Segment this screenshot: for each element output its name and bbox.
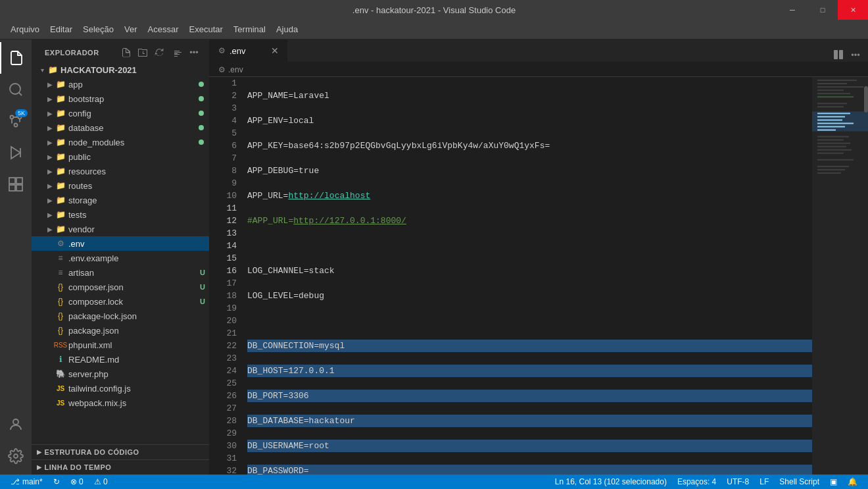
menu-ajuda[interactable]: Ajuda: [271, 22, 303, 37]
menu-selecao[interactable]: Seleção: [78, 22, 119, 37]
source-control-icon[interactable]: 5K: [0, 105, 32, 137]
run-icon[interactable]: [0, 137, 32, 168]
file-composer-lock[interactable]: ▶ {} composer.lock U: [32, 294, 209, 309]
folder-config[interactable]: ▶ 📁 config: [32, 106, 209, 120]
activity-bar: 5K: [0, 39, 32, 475]
file-readme-md[interactable]: ▶ ℹ README.md: [32, 352, 209, 367]
file-phpunit-xml[interactable]: ▶ RSS phpunit.xml: [32, 338, 209, 352]
status-bell[interactable]: 🔔: [842, 475, 863, 489]
svg-rect-34: [817, 149, 852, 151]
position-label: Ln 16, Col 13 (102 selecionado): [555, 477, 667, 486]
folder-node-modules[interactable]: ▶ 📁 node_modules: [32, 135, 209, 149]
svg-rect-14: [839, 50, 843, 59]
account-icon[interactable]: [0, 409, 32, 440]
folder-vendor[interactable]: ▶ 📁 vendor: [32, 222, 209, 236]
collapse-all-button[interactable]: [170, 45, 184, 60]
svg-point-2: [11, 116, 14, 119]
svg-rect-29: [817, 130, 836, 131]
code-line-1: APP_NAME=Laravel: [247, 90, 812, 102]
code-line-5: APP_URL=http://localhost: [247, 190, 812, 202]
folder-tests[interactable]: ▶ 📁 tests: [32, 207, 209, 222]
new-folder-button[interactable]: [135, 45, 150, 60]
svg-rect-7: [9, 178, 15, 184]
status-language[interactable]: Shell Script: [774, 475, 825, 489]
section-timeline: ▶ LINHA DO TEMPO: [32, 459, 209, 475]
file-env-example[interactable]: ▶ ≡ .env.example: [32, 251, 209, 265]
folder-storage[interactable]: ▶ 📁 storage: [32, 193, 209, 207]
language-label: Shell Script: [779, 477, 819, 486]
svg-rect-9: [9, 185, 15, 191]
more-editor-button[interactable]: •••: [848, 47, 863, 62]
arrow-app: ▶: [45, 79, 55, 90]
status-branch[interactable]: ⎇ main*: [5, 475, 48, 489]
scrollbar-thumb[interactable]: [864, 86, 868, 113]
folder-resources[interactable]: ▶ 📁 resources: [32, 164, 209, 178]
svg-rect-28: [817, 126, 845, 127]
refresh-button[interactable]: [153, 45, 167, 60]
warnings-label: ⚠ 0: [94, 477, 108, 486]
file-composer-json[interactable]: ▶ {} composer.json U: [32, 280, 209, 294]
folder-app[interactable]: ▶ 📁 app: [32, 77, 209, 91]
file-package-lock-json[interactable]: ▶ {} package-lock.json: [32, 309, 209, 323]
menu-executar[interactable]: Executar: [184, 22, 228, 37]
tab-close-env[interactable]: ✕: [269, 45, 281, 57]
code-line-7: [247, 240, 812, 252]
status-dot-node-modules: [199, 140, 204, 145]
status-layout[interactable]: ▣: [825, 475, 842, 489]
folder-database[interactable]: ▶ 📁 database: [32, 120, 209, 135]
svg-rect-38: [817, 169, 845, 170]
minimize-button[interactable]: ─: [777, 0, 808, 20]
menu-arquivo[interactable]: Arquivo: [5, 22, 45, 37]
svg-rect-18: [817, 90, 844, 91]
section-code-structure-header[interactable]: ▶ ESTRUTURA DO CÓDIGO: [32, 445, 209, 459]
menu-editar[interactable]: Editar: [45, 22, 78, 37]
file-server-php[interactable]: ▶ 🐘 server.php: [32, 367, 209, 381]
file-artisan[interactable]: ▶ ≡ artisan U: [32, 265, 209, 280]
status-sync[interactable]: ↻: [48, 475, 65, 489]
menu-acessar[interactable]: Acessar: [143, 22, 184, 37]
menu-ver[interactable]: Ver: [119, 22, 143, 37]
code-editor[interactable]: APP_NAME=Laravel APP_ENV=local APP_KEY=b…: [242, 77, 812, 475]
search-icon[interactable]: [0, 74, 32, 105]
status-dot-app: [199, 82, 204, 87]
svg-point-4: [14, 124, 18, 127]
section-timeline-header[interactable]: ▶ LINHA DO TEMPO: [32, 460, 209, 475]
status-errors[interactable]: ⊗ 0: [65, 475, 89, 489]
files-icon[interactable]: [0, 42, 32, 74]
file-webpack-mix-js[interactable]: ▶ JS webpack.mix.js: [32, 396, 209, 410]
svg-rect-19: [817, 93, 850, 94]
status-spaces[interactable]: Espaços: 4: [672, 475, 721, 489]
extensions-icon[interactable]: [0, 168, 32, 200]
status-line-ending[interactable]: LF: [754, 475, 774, 489]
code-line-16: DB_PASSWORD=: [247, 465, 812, 475]
svg-rect-23: [812, 111, 868, 131]
svg-point-12: [14, 454, 18, 458]
folder-public[interactable]: ▶ 📁 public: [32, 149, 209, 164]
more-options-button[interactable]: •••: [187, 45, 201, 60]
close-button[interactable]: ✕: [838, 0, 868, 20]
chevron-icon-2: ▶: [37, 464, 42, 471]
file-env[interactable]: ▶ ⚙ .env: [32, 236, 209, 251]
status-position[interactable]: Ln 16, Col 13 (102 selecionado): [550, 475, 672, 489]
editor-content: 1 2 3 4 5 6 7 8 9 10 11 12 13 14 15 16 1…: [209, 77, 868, 475]
settings-icon[interactable]: [0, 440, 32, 472]
split-editor-button[interactable]: [831, 47, 846, 62]
folder-bootstrap[interactable]: ▶ 📁 bootstrap: [32, 91, 209, 106]
status-warnings[interactable]: ⚠ 0: [89, 475, 113, 489]
svg-rect-17: [817, 86, 863, 88]
new-file-button[interactable]: [118, 45, 133, 60]
tab-env[interactable]: ⚙ .env ✕: [209, 39, 288, 62]
folder-routes[interactable]: ▶ 📁 routes: [32, 178, 209, 193]
menu-terminal[interactable]: Terminal: [228, 22, 271, 37]
branch-label: main*: [22, 477, 43, 486]
code-line-8: LOG_CHANNEL=stack: [247, 265, 812, 277]
root-folder[interactable]: ▾ 📁 HACKATOUR-2021: [32, 63, 209, 77]
svg-rect-16: [817, 83, 847, 84]
svg-rect-30: [817, 136, 849, 138]
status-encoding[interactable]: UTF-8: [721, 475, 754, 489]
file-package-json[interactable]: ▶ {} package.json: [32, 323, 209, 338]
code-line-13: DB_PORT=3306: [247, 390, 812, 402]
maximize-button[interactable]: □: [808, 0, 838, 20]
file-tailwind-config-js[interactable]: ▶ JS tailwind.config.js: [32, 381, 209, 396]
svg-line-1: [19, 93, 22, 95]
